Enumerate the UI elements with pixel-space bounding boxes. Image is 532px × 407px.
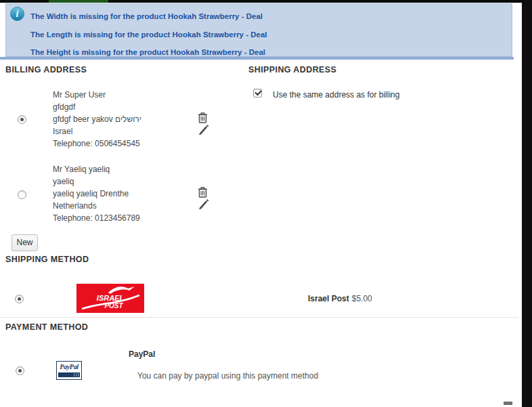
address-line: yaeliq xyxy=(53,175,140,188)
same-address-checkbox-label: Use the same address as for billing xyxy=(273,90,399,100)
browser-top-bar xyxy=(0,0,532,3)
delete-address-icon[interactable] xyxy=(198,186,208,198)
billing-address-radio-2[interactable] xyxy=(18,190,26,199)
notification-banner-border xyxy=(0,57,514,60)
paypal-logo-text: PayPal xyxy=(57,363,81,370)
delete-address-icon[interactable] xyxy=(198,112,208,123)
payment-option-description: You can pay by paypal using this payment… xyxy=(137,371,318,381)
israel-post-logo-word-2: POST xyxy=(104,302,123,309)
address-line: Telephone: 0123456789 xyxy=(53,212,140,224)
right-edge-strip xyxy=(522,0,532,407)
notification-message: The Width is missing for the product Hoo… xyxy=(30,12,263,20)
paypal-logo[interactable]: PayPal xyxy=(56,361,82,380)
israel-post-logo[interactable]: ISRAEL POST xyxy=(76,284,144,313)
shipping-method-title: SHIPPING METHOD xyxy=(5,255,89,264)
notification-message: The Length is missing for the product Ho… xyxy=(30,30,267,39)
address-actions-2 xyxy=(198,186,221,198)
billing-address-title: BILLING ADDRESS xyxy=(5,65,87,74)
israel-post-logo-word-1: ISRAEL xyxy=(97,294,125,302)
address-line: yaeliq yaeliq Drenthe xyxy=(53,188,140,200)
address-line: gfdgdf xyxy=(53,101,141,113)
shipping-option-name: Israel Post xyxy=(308,294,349,303)
billing-address-card-1: Mr Super User gfdgdf gfdgf beer yakov יר… xyxy=(53,89,141,150)
top-bar-green-segment xyxy=(49,0,108,3)
address-line: Israel xyxy=(53,125,141,137)
shipping-address-title: SHIPPING ADDRESS xyxy=(248,65,336,74)
billing-address-radio-1[interactable] xyxy=(18,115,26,124)
address-line: Telephone: 0506454545 xyxy=(53,137,141,150)
notification-message: The Height is missing for the product Ho… xyxy=(30,48,265,56)
notification-banner: i The Width is missing for the product H… xyxy=(5,3,512,57)
info-icon: i xyxy=(10,7,24,21)
payment-method-radio[interactable] xyxy=(16,366,24,375)
address-line: gfdgf beer yakov ירושלים xyxy=(53,113,141,125)
billing-address-card-2: Mr Yaeliq yaeliq yaeliq yaeliq yaeliq Dr… xyxy=(53,163,140,224)
address-line: Mr Super User xyxy=(53,89,141,101)
shipping-option-price: $5.00 xyxy=(352,294,372,303)
paypal-logo-bar xyxy=(58,372,80,377)
address-actions-1 xyxy=(198,112,221,124)
edit-address-icon[interactable] xyxy=(198,198,208,210)
same-address-checkbox[interactable] xyxy=(253,89,262,98)
edit-address-icon[interactable] xyxy=(198,124,208,135)
checkout-page: i The Width is missing for the product H… xyxy=(0,0,532,407)
new-address-button[interactable]: New xyxy=(12,234,38,251)
address-line: Mr Yaeliq yaeliq xyxy=(53,163,140,175)
payment-option-name: PayPal xyxy=(129,349,155,359)
shipping-option-label: Israel Post$5.00 xyxy=(308,294,372,303)
shipping-method-radio[interactable] xyxy=(15,295,24,303)
scroll-edge-mark xyxy=(504,402,512,405)
section-divider xyxy=(0,317,518,318)
address-line: Netherlands xyxy=(53,200,140,212)
payment-method-title: PAYMENT METHOD xyxy=(5,322,88,332)
